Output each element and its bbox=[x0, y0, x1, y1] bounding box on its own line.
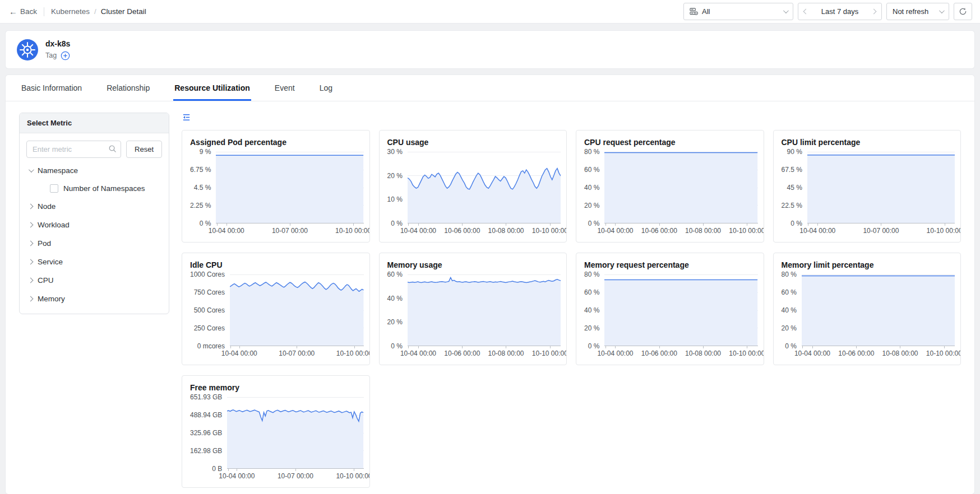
tree-node-label: CPU bbox=[38, 276, 54, 285]
chart-plot-area[interactable] bbox=[807, 152, 955, 223]
chart-plot-area[interactable] bbox=[216, 152, 363, 223]
refresh-button[interactable] bbox=[954, 3, 972, 20]
tab-event[interactable]: Event bbox=[274, 75, 296, 101]
tree-node-namespace[interactable]: Namespace bbox=[26, 161, 162, 180]
tab-log[interactable]: Log bbox=[318, 75, 334, 101]
x-tick-label: 10-04 00:00 bbox=[209, 227, 244, 235]
tree-node-label: Pod bbox=[38, 239, 51, 248]
y-tick-label: 30 % bbox=[387, 148, 403, 156]
refresh-icon bbox=[959, 7, 967, 16]
x-tick-label: 10-10 00:00 bbox=[336, 472, 369, 480]
x-tick-label: 10-04 00:00 bbox=[597, 349, 633, 357]
kubernetes-logo bbox=[17, 39, 38, 60]
y-tick-label: 20 % bbox=[782, 324, 797, 332]
x-tick-label: 10-07 00:00 bbox=[279, 349, 315, 357]
time-range-value[interactable]: Last 7 days bbox=[821, 7, 859, 16]
x-tick-mark bbox=[354, 469, 354, 471]
x-tick-mark bbox=[550, 223, 551, 226]
x-tick-mark bbox=[462, 223, 463, 226]
chevron-left-icon[interactable] bbox=[803, 9, 809, 15]
y-tick-label: 60 % bbox=[584, 288, 599, 296]
y-tick-label: 40 % bbox=[584, 184, 599, 192]
tree-node-workload[interactable]: Workload bbox=[26, 216, 162, 234]
y-tick-label: 0 % bbox=[785, 342, 797, 350]
y-tick-label: 0 % bbox=[391, 342, 403, 350]
x-tick-mark bbox=[808, 223, 808, 226]
cluster-filter-select[interactable]: All bbox=[683, 3, 793, 20]
chart-card: Free memory 651.93 GB 651.93 GB488.94 GB… bbox=[182, 375, 370, 488]
chevron-down-icon bbox=[939, 8, 945, 13]
chart-plot-area[interactable] bbox=[227, 397, 363, 469]
x-tick-label: 10-08 00:00 bbox=[685, 227, 721, 235]
tree-node-label: Workload bbox=[38, 221, 70, 229]
x-tick-mark bbox=[659, 346, 660, 348]
tab-resource-utilization[interactable]: Resource Utilization bbox=[173, 75, 251, 101]
chart-title: Free memory bbox=[190, 383, 364, 392]
x-tick-mark bbox=[945, 223, 945, 226]
x-tick-mark bbox=[659, 223, 660, 226]
x-tick-label: 10-04 00:00 bbox=[794, 349, 830, 357]
chart-card: CPU usage 30 % 30 %20 %10 %0 % 10-04 00:… bbox=[379, 130, 567, 243]
chart-plot-area[interactable] bbox=[802, 274, 955, 346]
chart-plot-area[interactable] bbox=[604, 152, 757, 223]
x-tick-mark bbox=[615, 223, 616, 226]
chart-plot-area[interactable] bbox=[230, 274, 363, 346]
x-tick-mark bbox=[462, 346, 463, 348]
refresh-interval-select[interactable]: Not refresh bbox=[886, 3, 949, 20]
chevron-right-icon bbox=[28, 278, 34, 283]
x-tick-mark bbox=[228, 469, 229, 471]
y-tick-label: 0 % bbox=[588, 220, 600, 227]
y-tick-label: 40 % bbox=[387, 295, 403, 302]
tree-leaf-label: Number of Namespaces bbox=[63, 184, 145, 193]
chart-y-axis-labels: 1000 Cores 1000 Cores750 Cores500 Cores2… bbox=[190, 274, 230, 346]
chart-plot-area[interactable] bbox=[408, 274, 561, 346]
x-tick-mark bbox=[237, 469, 237, 471]
tree-node-node[interactable]: Node bbox=[26, 197, 162, 216]
chart-title: Memory usage bbox=[387, 260, 561, 269]
chevron-right-icon[interactable] bbox=[871, 9, 877, 15]
breadcrumb: Kubernetes / Cluster Detail bbox=[51, 7, 146, 16]
reset-button[interactable]: Reset bbox=[126, 141, 162, 158]
chart-title: CPU request percentage bbox=[584, 138, 758, 147]
back-button[interactable]: ← Back bbox=[9, 7, 37, 16]
metric-search-input[interactable] bbox=[26, 141, 121, 158]
y-tick-label: 80 % bbox=[782, 271, 797, 278]
y-tick-label: 0 B bbox=[212, 465, 222, 473]
x-tick-mark bbox=[944, 346, 945, 348]
tree-leaf-number-of-namespaces[interactable]: Number of Namespaces bbox=[26, 180, 162, 197]
chart-title: Memory limit percentage bbox=[782, 260, 955, 269]
chart-x-axis: 10-04 00:0010-07 00:0010-10 00:00 bbox=[227, 469, 363, 481]
tree-node-label: Namespace bbox=[38, 166, 78, 175]
y-tick-label: 40 % bbox=[782, 306, 797, 314]
x-tick-mark bbox=[747, 223, 747, 226]
collapse-panel-icon[interactable] bbox=[182, 113, 191, 124]
y-tick-label: 651.93 GB bbox=[190, 393, 222, 401]
x-tick-label: 10-06 00:00 bbox=[444, 227, 480, 235]
x-tick-label: 10-10 00:00 bbox=[729, 349, 764, 357]
tree-node-memory[interactable]: Memory bbox=[26, 290, 162, 308]
chart-plot-area[interactable] bbox=[604, 274, 757, 346]
x-tick-mark bbox=[856, 346, 857, 348]
chart-plot-area[interactable] bbox=[408, 152, 561, 223]
breadcrumb-section[interactable]: Kubernetes bbox=[51, 7, 90, 16]
add-tag-icon[interactable] bbox=[61, 51, 70, 60]
x-tick-mark bbox=[812, 346, 813, 348]
cluster-filter-value: All bbox=[702, 7, 710, 16]
cluster-group-icon bbox=[690, 7, 698, 16]
x-tick-mark bbox=[418, 346, 419, 348]
x-tick-mark bbox=[353, 223, 354, 226]
x-tick-label: 10-10 00:00 bbox=[926, 349, 961, 357]
search-icon bbox=[108, 145, 117, 153]
tree-node-pod[interactable]: Pod bbox=[26, 234, 162, 253]
y-tick-label: 4.5 % bbox=[194, 184, 211, 192]
x-tick-mark bbox=[802, 346, 803, 348]
tree-node-service[interactable]: Service bbox=[26, 253, 162, 271]
tree-node-cpu[interactable]: CPU bbox=[26, 271, 162, 290]
x-tick-mark bbox=[747, 346, 747, 348]
divider bbox=[44, 7, 44, 16]
tab-relationship[interactable]: Relationship bbox=[105, 75, 151, 101]
checkbox[interactable] bbox=[50, 184, 58, 193]
tab-basic-information[interactable]: Basic Information bbox=[20, 75, 83, 101]
metric-panel-title: Select Metric bbox=[20, 113, 169, 133]
y-tick-label: 20 % bbox=[387, 172, 403, 180]
